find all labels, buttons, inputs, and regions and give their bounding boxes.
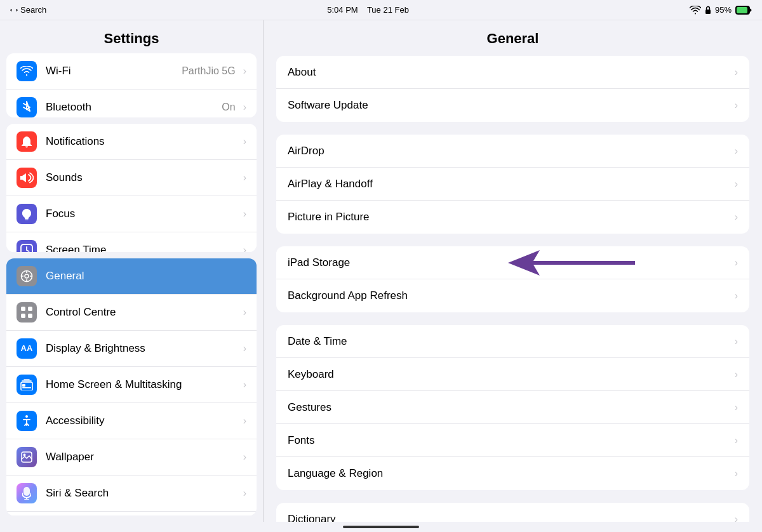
sidebar-item-siri[interactable]: Siri & Search › (6, 475, 257, 512)
svg-rect-22 (23, 487, 30, 496)
pictureinpicture-chevron: › (735, 211, 738, 223)
settings-row-datetime[interactable]: Date & Time › (276, 325, 749, 358)
accessibility-label: Accessibility (46, 415, 238, 427)
wallpaper-item-icon (17, 447, 37, 467)
settings-row-ipadstorage[interactable]: iPad Storage › (276, 246, 749, 279)
svg-rect-15 (22, 384, 25, 387)
sidebar-item-wallpaper[interactable]: Wallpaper › (6, 439, 257, 475)
bluetooth-item-icon (17, 97, 37, 117)
svg-marker-27 (508, 250, 635, 276)
notifications-label: Notifications (46, 135, 238, 148)
backgroundapprefresh-chevron: › (735, 290, 738, 302)
sidebar-item-focus[interactable]: Focus › (6, 196, 257, 232)
settings-row-pictureinpicture[interactable]: Picture in Picture › (276, 201, 749, 234)
search-button[interactable]: Search (10, 5, 46, 15)
screentime-item-icon (17, 240, 37, 252)
status-bar-center: 5:04 PM Tue 21 Feb (327, 5, 409, 15)
svg-rect-2 (737, 7, 747, 13)
sidebar-item-controlcentre[interactable]: Control Centre › (6, 295, 257, 331)
softwareupdate-chevron: › (735, 100, 738, 111)
sidebar-section-notifications: Notifications › Sounds › (6, 124, 257, 252)
screentime-chevron: › (243, 244, 246, 252)
svg-rect-11 (28, 307, 32, 311)
display-item-icon: AA (17, 338, 37, 359)
settings-row-softwareupdate[interactable]: Software Update › (276, 89, 749, 122)
battery-icon (735, 6, 752, 15)
display-chevron: › (243, 343, 246, 354)
settings-row-airdrop[interactable]: AirDrop › (276, 135, 749, 168)
ipad-storage-arrow (508, 247, 648, 279)
settings-row-airplay[interactable]: AirPlay & Handoff › (276, 168, 749, 201)
keyboard-label: Keyboard (288, 368, 730, 381)
sidebar-item-bluetooth[interactable]: Bluetooth On › (6, 90, 257, 117)
siri-chevron: › (243, 488, 246, 499)
controlcentre-item-icon (17, 302, 37, 323)
settings-row-fonts[interactable]: Fonts › (276, 424, 749, 457)
wifi-item-icon (17, 61, 37, 81)
svg-rect-13 (28, 314, 32, 318)
settings-group-connectivity: AirDrop › AirPlay & Handoff › Picture in… (276, 135, 749, 234)
svg-rect-16 (22, 387, 31, 389)
screentime-label: Screen Time (46, 244, 238, 252)
settings-group-dictionary: Dictionary › (276, 503, 749, 522)
settings-row-dictionary[interactable]: Dictionary › (276, 503, 749, 522)
settings-row-backgroundapprefresh[interactable]: Background App Refresh › (276, 279, 749, 312)
sidebar-title: Settings (0, 20, 263, 53)
focus-item-icon (17, 204, 37, 224)
settings-row-languageregion[interactable]: Language & Region › (276, 457, 749, 490)
backgroundapprefresh-label: Background App Refresh (288, 289, 730, 302)
fonts-chevron: › (735, 435, 738, 446)
display-label: Display & Brightness (46, 342, 238, 355)
focus-chevron: › (243, 208, 246, 220)
gestures-chevron: › (735, 402, 738, 413)
home-indicator (0, 522, 762, 532)
search-icon (10, 6, 18, 14)
sidebar-item-screentime[interactable]: Screen Time › (6, 232, 257, 252)
sidebar-item-display[interactable]: AA Display & Brightness › (6, 331, 257, 367)
wallpaper-label: Wallpaper (46, 451, 238, 463)
settings-row-gestures[interactable]: Gestures › (276, 391, 749, 424)
settings-group-locale: Date & Time › Keyboard › Gestures › Font… (276, 325, 749, 490)
accessibility-item-icon (17, 411, 37, 431)
sidebar-item-accessibility[interactable]: Accessibility › (6, 403, 257, 439)
settings-row-about[interactable]: About › (276, 56, 749, 89)
lock-icon (705, 6, 711, 15)
sidebar-section-general: General Control Centre › AA (6, 258, 257, 515)
sidebar-item-applepencil[interactable]: Apple Pencil › (6, 512, 257, 515)
gestures-label: Gestures (288, 401, 730, 414)
svg-rect-12 (21, 314, 25, 318)
sidebar-item-wifi[interactable]: Wi-Fi ParthJio 5G › (6, 53, 257, 90)
svg-point-19 (25, 415, 28, 418)
annotation-arrow-svg (508, 247, 648, 279)
ipadstorage-chevron: › (735, 257, 738, 269)
status-bar: Search 5:04 PM Tue 21 Feb 95% (0, 0, 762, 20)
sidebar-item-notifications[interactable]: Notifications › (6, 124, 257, 160)
general-label: General (46, 270, 246, 283)
softwareupdate-label: Software Update (288, 99, 730, 112)
sounds-item-icon (17, 168, 37, 188)
wifi-chevron: › (243, 65, 246, 77)
general-title: General (276, 20, 749, 56)
sidebar-item-homescreen[interactable]: Home Screen & Multitasking › (6, 367, 257, 403)
airplay-label: AirPlay & Handoff (288, 178, 730, 190)
wallpaper-chevron: › (243, 451, 246, 463)
languageregion-chevron: › (735, 468, 738, 479)
status-bar-left: Search (10, 5, 46, 15)
sounds-chevron: › (243, 172, 246, 183)
bluetooth-chevron: › (243, 102, 246, 113)
fonts-label: Fonts (288, 434, 730, 447)
languageregion-label: Language & Region (288, 467, 730, 480)
controlcentre-chevron: › (243, 307, 246, 318)
sidebar-item-sounds[interactable]: Sounds › (6, 160, 257, 196)
datetime-label: Date & Time (288, 335, 730, 348)
homescreen-item-icon (17, 375, 37, 395)
homescreen-chevron: › (243, 379, 246, 390)
svg-point-21 (23, 453, 26, 456)
settings-group-storage: iPad Storage › Background App Refresh › (276, 246, 749, 312)
focus-label: Focus (46, 208, 238, 220)
sidebar-item-general[interactable]: General (6, 258, 257, 295)
wifi-label: Wi-Fi (46, 65, 182, 77)
notifications-chevron: › (243, 136, 246, 147)
home-bar (343, 526, 419, 528)
settings-row-keyboard[interactable]: Keyboard › (276, 358, 749, 391)
